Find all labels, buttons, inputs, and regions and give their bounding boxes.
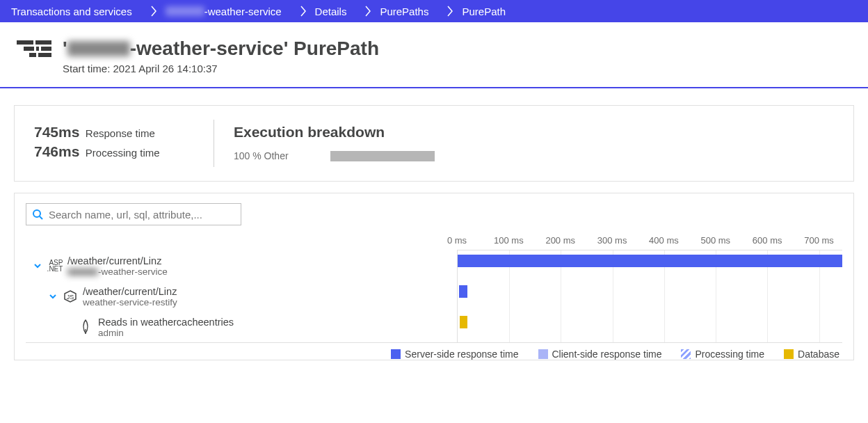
chevron-right-icon [147,0,161,22]
redacted-text [67,269,98,276]
svg-point-0 [33,210,40,217]
trace-row-label[interactable]: Reads in weathercacheentriesadmin [26,312,457,342]
trace-row-text: /weather/current/Linzweather-service-res… [83,286,177,308]
chevron-right-icon [444,0,458,22]
metric-processing-time: 746ms Processing time [34,143,194,160]
trace-row-secondary: weather-service-restify [83,297,177,308]
legend-server: Server-side response time [391,349,518,360]
axis-tick: 400 ms [649,235,679,246]
redacted-text [67,41,130,56]
search-input[interactable] [49,209,235,221]
swatch-icon [391,349,401,359]
crumb-label-suffix: -weather-service [204,6,282,17]
breakdown-other-label: 100 % Other [234,150,289,161]
metric-value: 746ms [34,143,79,159]
trace-panel: 0 ms100 ms200 ms300 ms400 ms500 ms600 ms… [14,193,854,360]
trace-row-primary: /weather/current/Linz [67,255,168,266]
trace-bar[interactable] [459,285,467,298]
crumb-transactions-services[interactable]: Transactions and services [11,0,147,22]
trace-row-primary: /weather/current/Linz [83,286,177,297]
swatch-icon [681,349,691,359]
trace-row-bar-cell [457,250,842,281]
legend: Server-side response time Client-side re… [26,342,842,360]
swatch-icon [538,349,548,359]
axis-tick: 300 ms [597,235,627,246]
breakdown-bar [330,151,435,161]
trace-row-text: /weather/current/Linz-weather-service [67,255,168,277]
nodejs-icon: JS [63,289,77,303]
crumb-purepaths[interactable]: PurePaths [376,0,444,22]
axis-tick: 200 ms [545,235,575,246]
trace-bar[interactable] [460,316,467,328]
axis-tick: 700 ms [804,235,834,246]
metrics-block: 745ms Response time 746ms Processing tim… [34,124,194,163]
aspnet-icon: ASP.NET [47,260,63,272]
trace-row-text: Reads in weathercacheentriesadmin [98,317,234,338]
breadcrumb: Transactions and services -weather-servi… [0,0,868,22]
legend-client: Client-side response time [538,349,662,360]
expand-toggle[interactable] [31,260,44,272]
summary-card: 745ms Response time 746ms Processing tim… [14,105,854,182]
crumb-label: Details [315,6,347,17]
breakdown-title: Execution breakdown [234,124,435,141]
crumb-purepath[interactable]: PurePath [458,0,521,22]
mongodb-icon [81,319,90,335]
search-icon [32,209,43,220]
axis-tick: 500 ms [700,235,730,246]
timeline-axis: 0 ms100 ms200 ms300 ms400 ms500 ms600 ms… [457,231,842,250]
trace-row-bar-cell [457,312,842,342]
svg-text:JS: JS [67,294,74,301]
metric-value: 745ms [34,124,79,140]
trace-grid: 0 ms100 ms200 ms300 ms400 ms500 ms600 ms… [26,231,842,360]
search-box[interactable] [26,203,241,225]
trace-row-secondary: admin [98,328,234,338]
page-title: '-weather-service' PurePath [63,38,379,60]
chevron-right-icon [362,0,376,22]
axis-tick: 600 ms [753,235,782,246]
redacted-text [166,6,204,16]
trace-row-bar-cell [457,281,842,312]
expand-toggle[interactable] [47,290,59,303]
metric-response-time: 745ms Response time [34,124,194,141]
legend-processing: Processing time [681,349,764,360]
chevron-right-icon [297,0,311,22]
page-subtitle: Start time: 2021 April 26 14:10:37 [63,63,379,74]
swatch-icon [784,349,794,359]
metric-label: Processing time [86,147,160,159]
metric-label: Response time [86,127,155,139]
trace-row-primary: Reads in weathercacheentries [98,317,234,328]
crumb-weather-service[interactable]: -weather-service [161,0,297,22]
page-header: '-weather-service' PurePath Start time: … [0,22,868,88]
legend-database: Database [784,349,839,360]
execution-breakdown: Execution breakdown 100 % Other [234,124,435,163]
trace-row-secondary: -weather-service [67,266,168,277]
crumb-label: PurePaths [380,6,428,17]
crumb-details[interactable]: Details [311,0,362,22]
trace-row-label[interactable]: JS/weather/current/Linzweather-service-r… [26,281,457,312]
expand-spacer [62,321,74,333]
trace-row-label[interactable]: ASP.NET/weather/current/Linz-weather-ser… [26,250,457,281]
axis-tick: 100 ms [494,235,524,246]
crumb-label: PurePath [462,6,506,17]
svg-line-1 [40,216,42,219]
vertical-divider [214,120,214,167]
crumb-label: Transactions and services [11,6,132,17]
trace-bar[interactable] [458,255,842,267]
axis-tick: 0 ms [447,235,467,246]
purepath-icon [17,40,51,64]
